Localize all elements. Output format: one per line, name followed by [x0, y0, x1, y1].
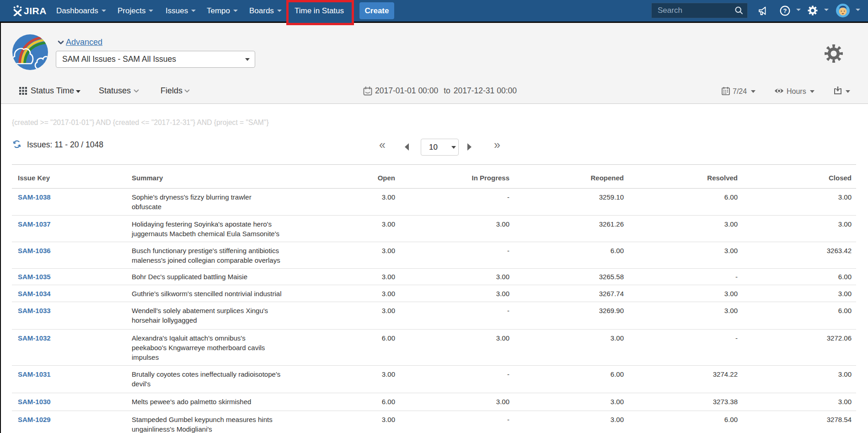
- svg-text:?: ?: [783, 7, 787, 14]
